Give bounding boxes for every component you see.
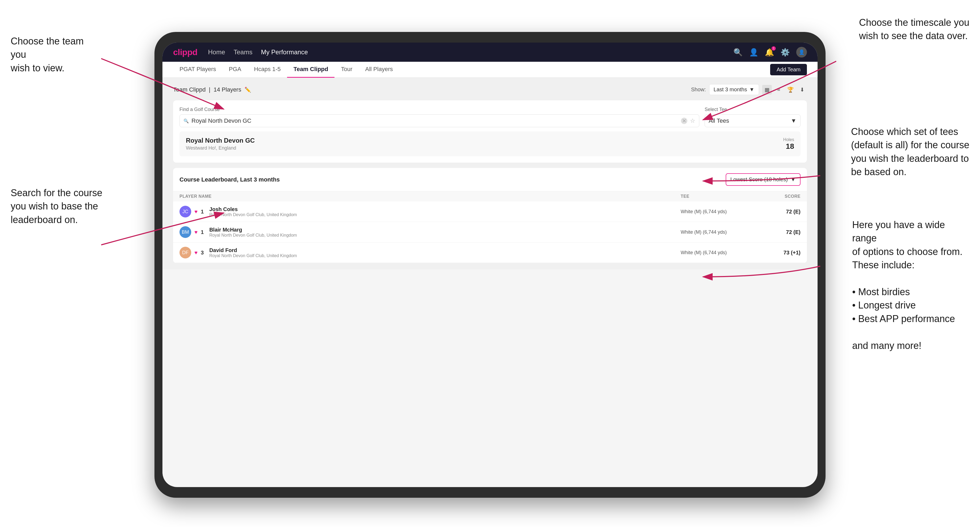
holes-label: Holes (783, 137, 794, 142)
player-count: 14 Players (213, 86, 241, 93)
leaderboard-section: Course Leaderboard, Last 3 months Lowest… (173, 168, 807, 263)
tee-chevron-icon: ▼ (791, 117, 797, 124)
user-avatar[interactable]: 👤 (796, 47, 807, 57)
nav-my-performance[interactable]: My Performance (261, 48, 308, 56)
settings-icon[interactable]: ⚙️ (781, 48, 790, 57)
trophy-view-button[interactable]: 🏆 (786, 85, 795, 94)
table-row: JC ♥ 1 Josh Coles Royal North Devon Golf… (173, 202, 807, 222)
player-avatar-2: BM (180, 226, 191, 238)
team-title-group: Team Clippd | 14 Players ✏️ (173, 86, 251, 93)
rank-2: 1 (201, 229, 206, 235)
team-header: Team Clippd | 14 Players ✏️ Show: Last 3… (173, 84, 807, 95)
tee-1: White (M) (6,744 yds) (681, 209, 760, 214)
col-tee: TEE (681, 194, 760, 199)
annotation-mid-right: Choose which set of tees (default is all… (851, 125, 969, 179)
pipe-separator: | (209, 86, 210, 93)
annotation-bottom-right: Here you have a wide range of options to… (852, 218, 969, 352)
clear-search-button[interactable]: ✕ (681, 117, 687, 124)
search-icon[interactable]: 🔍 (733, 48, 743, 57)
heart-icon-2[interactable]: ♥ (194, 229, 197, 235)
tee-dropdown[interactable]: All Tees ▼ (705, 114, 800, 127)
show-label: Show: (691, 86, 706, 93)
favorite-icon[interactable]: ☆ (690, 117, 695, 124)
course-location: Westward Ho!, England (186, 145, 255, 151)
tablet-screen: clippd Home Teams My Performance 🔍 👤 🔔 1… (162, 43, 818, 487)
search-input-wrapper: 🔍 ✕ ☆ (180, 114, 699, 127)
time-period-dropdown[interactable]: Last 3 months ▼ (709, 84, 759, 95)
sub-nav-pgat[interactable]: PGAT Players (173, 62, 222, 78)
table-row: BM ♥ 1 Blair McHarg Royal North Devon Go… (173, 222, 807, 243)
annotation-top-left: Choose the team you wish to view. (11, 35, 101, 75)
add-team-button[interactable]: Add Team (770, 64, 807, 75)
holes-badge: Holes 18 (783, 137, 794, 151)
edit-icon[interactable]: ✏️ (245, 86, 251, 93)
player-info-2: BM ♥ 1 Blair McHarg Royal North Devon Go… (180, 226, 681, 238)
course-search-field: Find a Golf Course 🔍 ✕ ☆ (180, 107, 699, 127)
tee-2: White (M) (6,744 yds) (681, 229, 760, 235)
player-info-1: JC ♥ 1 Josh Coles Royal North Devon Golf… (180, 206, 681, 217)
nav-icons: 🔍 👤 🔔 1 ⚙️ 👤 (733, 47, 807, 57)
score-chevron-icon: ▼ (791, 176, 796, 183)
download-button[interactable]: ⬇ (797, 85, 807, 94)
search-magnifier-icon: 🔍 (183, 119, 189, 124)
score-type-dropdown[interactable]: Lowest Score (18 holes) ▼ (725, 173, 800, 186)
table-row: DF ♥ 3 David Ford Royal North Devon Golf… (173, 243, 807, 263)
heart-icon-3[interactable]: ♥ (194, 250, 197, 256)
tablet-frame: clippd Home Teams My Performance 🔍 👤 🔔 1… (154, 32, 826, 498)
view-icons: ▦ ≡ 🏆 ⬇ (762, 85, 807, 94)
sub-nav-hcaps[interactable]: Hcaps 1-5 (248, 62, 287, 78)
nav-home[interactable]: Home (208, 48, 225, 56)
show-controls: Show: Last 3 months ▼ ▦ ≡ 🏆 ⬇ (691, 84, 807, 95)
sub-nav-tour[interactable]: Tour (334, 62, 359, 78)
nav-teams[interactable]: Teams (234, 48, 253, 56)
tee-select-field: Select Tee All Tees ▼ (705, 107, 800, 127)
player-info-3: DF ♥ 3 David Ford Royal North Devon Golf… (180, 247, 681, 259)
annotation-top-right: Choose the timescale you wish to see the… (859, 16, 969, 43)
search-section: Find a Golf Course 🔍 ✕ ☆ Select Tee All … (173, 100, 807, 163)
score-1: 72 (E) (760, 209, 800, 215)
notification-badge: 1 (772, 46, 776, 51)
app-logo: clippd (173, 48, 197, 57)
bell-icon[interactable]: 🔔 1 (765, 48, 774, 57)
leaderboard-columns: PLAYER NAME TEE SCORE (173, 191, 807, 202)
team-name: Team Clippd (173, 86, 205, 93)
user-icon[interactable]: 👤 (749, 48, 759, 57)
list-view-button[interactable]: ≡ (774, 85, 783, 94)
col-score: SCORE (760, 194, 800, 199)
leaderboard-title: Course Leaderboard, Last 3 months (180, 176, 280, 183)
player-details-1: Josh Coles Royal North Devon Golf Club, … (209, 206, 297, 217)
tee-3: White (M) (6,744 yds) (681, 250, 760, 256)
leaderboard-header: Course Leaderboard, Last 3 months Lowest… (173, 168, 807, 191)
main-content: Team Clippd | 14 Players ✏️ Show: Last 3… (162, 78, 818, 269)
player-avatar-1: JC (180, 206, 191, 217)
sub-nav-all-players[interactable]: All Players (359, 62, 399, 78)
nav-bar: clippd Home Teams My Performance 🔍 👤 🔔 1… (162, 43, 818, 62)
annotation-bottom-left: Search for the course you wish to base t… (11, 186, 102, 227)
holes-count: 18 (783, 142, 794, 151)
course-name: Royal North Devon GC (186, 137, 255, 144)
sub-nav-team-clippd[interactable]: Team Clippd (287, 62, 334, 78)
select-tee-label: Select Tee (705, 107, 800, 112)
find-course-label: Find a Golf Course (180, 107, 699, 112)
course-result: Royal North Devon GC Westward Ho!, Engla… (180, 132, 800, 156)
player-details-3: David Ford Royal North Devon Golf Club, … (209, 247, 297, 258)
search-row: Find a Golf Course 🔍 ✕ ☆ Select Tee All … (180, 107, 800, 127)
player-avatar-3: DF (180, 247, 191, 259)
col-player-name: PLAYER NAME (180, 194, 681, 199)
chevron-down-icon: ▼ (749, 86, 754, 93)
sub-nav: PGAT Players PGA Hcaps 1-5 Team Clippd T… (162, 62, 818, 78)
score-2: 72 (E) (760, 229, 800, 235)
grid-view-button[interactable]: ▦ (762, 85, 772, 94)
rank-3: 3 (201, 250, 206, 256)
course-info: Royal North Devon GC Westward Ho!, Engla… (186, 137, 255, 151)
sub-nav-pga[interactable]: PGA (222, 62, 247, 78)
course-search-input[interactable] (191, 117, 678, 124)
rank-1: 1 (201, 209, 206, 215)
nav-links: Home Teams My Performance (208, 48, 308, 56)
score-3: 73 (+1) (760, 250, 800, 256)
player-details-2: Blair McHarg Royal North Devon Golf Club… (209, 227, 297, 238)
heart-icon-1[interactable]: ♥ (194, 209, 197, 215)
